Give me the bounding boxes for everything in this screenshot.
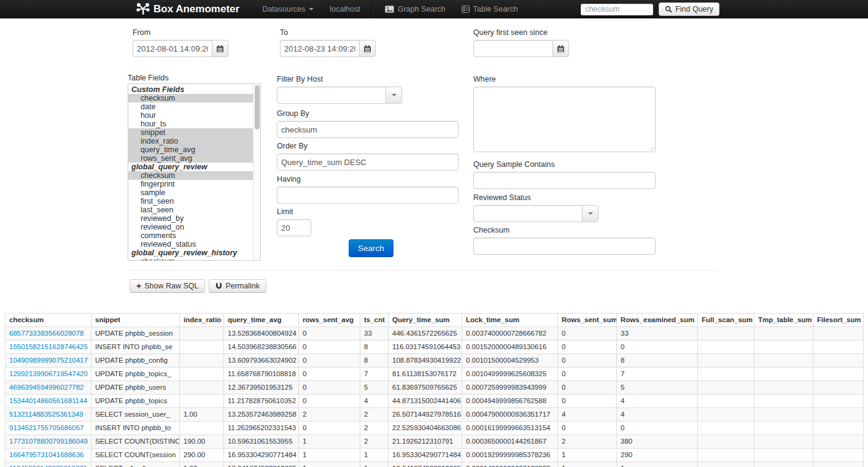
first-seen-input[interactable] bbox=[473, 40, 553, 57]
query-sample-input[interactable] bbox=[473, 172, 656, 189]
checksum-link[interactable]: 5132114883525361349 bbox=[9, 411, 83, 418]
to-calendar-button[interactable] bbox=[359, 40, 376, 57]
cell-ts_cnt: 2 bbox=[360, 435, 389, 449]
field-option[interactable]: checksum bbox=[128, 171, 253, 180]
nav-table-search[interactable]: Table Search bbox=[454, 0, 526, 18]
cell-ts_cnt: 7 bbox=[360, 368, 389, 381]
having-input[interactable] bbox=[277, 187, 459, 204]
to-input[interactable] bbox=[280, 40, 360, 57]
checksum-link[interactable]: 10490989999075210417 bbox=[9, 357, 88, 364]
list-scrollbar[interactable] bbox=[253, 84, 260, 260]
cell-index_ratio bbox=[180, 368, 224, 381]
form-divider bbox=[128, 270, 718, 271]
cell-ts_cnt: 1 bbox=[360, 462, 389, 467]
checksum-link[interactable]: 9134521755705686057 bbox=[9, 424, 84, 431]
checksum-link[interactable]: 4696394594996027782 bbox=[9, 384, 84, 391]
cell-full_scan_sum bbox=[698, 395, 754, 408]
field-option[interactable]: query_time_avg bbox=[128, 145, 253, 154]
order-by-input[interactable] bbox=[277, 153, 459, 171]
field-option[interactable]: reviewed_by bbox=[128, 214, 253, 223]
brand-link[interactable]: Box Anemometer bbox=[136, 2, 239, 16]
cell-snippet: SELECT COUNT(session bbox=[91, 449, 180, 462]
navbar-search-area: Find Query bbox=[580, 2, 719, 16]
checksum-link[interactable]: 17731078800799186049 bbox=[9, 438, 88, 445]
cell-rows_sent_avg: 1 bbox=[299, 435, 360, 449]
calendar-icon bbox=[363, 45, 371, 53]
cell-ts_cnt: 4 bbox=[360, 395, 389, 408]
cell-full_scan_sum bbox=[698, 462, 754, 467]
checksum-link[interactable]: 15344014860561681144 bbox=[9, 397, 87, 404]
checksum-link[interactable]: 15501582151628746425 bbox=[9, 343, 88, 350]
cell-tmp_table_sum bbox=[754, 368, 813, 381]
where-textarea[interactable] bbox=[473, 87, 656, 152]
nav-datasources[interactable]: Datasources bbox=[254, 0, 322, 18]
nav-current-datasource[interactable]: localhost bbox=[322, 0, 368, 18]
field-option[interactable]: hour bbox=[128, 111, 253, 120]
caret-down-icon bbox=[309, 8, 314, 10]
cell-filesort_sum bbox=[813, 327, 864, 341]
table-fields-list[interactable]: Custom Fieldschecksumdatehourhour_tssnip… bbox=[128, 83, 261, 261]
results-table: checksumsnippetindex_ratioquery_time_avg… bbox=[5, 313, 864, 467]
field-option[interactable]: hour_ts bbox=[128, 120, 253, 128]
field-option[interactable]: rows_sent_avg bbox=[128, 154, 253, 163]
field-option[interactable]: sample bbox=[128, 188, 253, 197]
reviewed-status-dropdown-button[interactable] bbox=[582, 205, 599, 222]
cell-query_time_sum: 13.641374588012695 bbox=[389, 462, 462, 467]
cell-lock_time_sum: 0.00016199999663513154 bbox=[462, 422, 558, 435]
cell-tmp_table_sum bbox=[754, 462, 813, 467]
field-option[interactable]: comments bbox=[128, 231, 253, 240]
checksum-link[interactable]: 11045896142385319771 bbox=[9, 465, 87, 467]
group-by-input[interactable] bbox=[277, 121, 459, 138]
field-option[interactable]: reviewed_on bbox=[128, 223, 253, 231]
cell-query_time_avg: 13.253572463989258 bbox=[224, 408, 299, 422]
cell-lock_time_sum: 0.00014099999680183828 bbox=[462, 462, 558, 467]
cell-rows_examined_sum: 8 bbox=[617, 354, 698, 368]
checksum-link[interactable]: 12992139906719547420 bbox=[9, 370, 88, 377]
field-option[interactable]: reviewed_status bbox=[128, 240, 253, 249]
cell-index_ratio bbox=[180, 395, 224, 408]
field-option[interactable]: index_ratio bbox=[128, 137, 253, 145]
cell-query_time_sum: 26.507144927978516 bbox=[389, 408, 462, 422]
field-option[interactable]: checksum bbox=[128, 257, 253, 261]
having-label: Having bbox=[277, 175, 459, 184]
nav-graph-search[interactable]: Graph Search bbox=[377, 0, 454, 18]
field-group-label: global_query_review_history bbox=[128, 249, 253, 257]
cell-query_time_avg: 11.658768790108818 bbox=[224, 368, 299, 381]
cell-tmp_table_sum bbox=[754, 408, 813, 422]
cell-snippet: UPDATE phpbb_topics_ bbox=[91, 368, 180, 381]
limit-label: Limit bbox=[277, 207, 311, 217]
cell-lock_time_sum: 0.0015200000489130616 bbox=[462, 341, 558, 354]
find-query-button[interactable]: Find Query bbox=[659, 2, 719, 16]
actions-row: + Show Raw SQL Permalink bbox=[130, 279, 266, 293]
cell-query_time_avg: 11.262965202331543 bbox=[224, 422, 299, 435]
cell-lock_time_sum: 0.00101500004529953 bbox=[462, 354, 558, 368]
filter-by-host-input[interactable] bbox=[277, 87, 386, 104]
filter-by-host-dropdown-button[interactable] bbox=[386, 87, 402, 104]
field-option[interactable]: checksum bbox=[128, 94, 253, 102]
table-row: 6857733383566028078UPDATE phpbb_session1… bbox=[6, 327, 864, 341]
cell-filesort_sum bbox=[813, 462, 864, 467]
permalink-button[interactable]: Permalink bbox=[209, 279, 266, 293]
find-query-input[interactable] bbox=[580, 3, 654, 16]
checksum-link[interactable]: 1664795731041688636 bbox=[9, 451, 84, 458]
field-option[interactable]: first_seen bbox=[128, 197, 253, 206]
col-header-rows_sent_sum: Rows_sent_sum bbox=[558, 314, 617, 327]
from-input[interactable] bbox=[133, 40, 212, 57]
scrollbar-thumb[interactable] bbox=[255, 85, 260, 129]
cell-rows_sent_sum: 0 bbox=[558, 422, 617, 435]
from-calendar-button[interactable] bbox=[212, 40, 228, 57]
first-seen-calendar-button[interactable] bbox=[552, 40, 569, 57]
cell-rows_sent_avg: 1 bbox=[299, 462, 360, 467]
search-button[interactable]: Search bbox=[349, 239, 393, 257]
field-option[interactable]: date bbox=[128, 102, 253, 111]
checksum-input[interactable] bbox=[473, 237, 656, 255]
resize-grip-icon[interactable] bbox=[648, 144, 654, 150]
field-option[interactable]: last_seen bbox=[128, 206, 253, 214]
show-raw-sql-button[interactable]: + Show Raw SQL bbox=[130, 279, 205, 293]
field-option[interactable]: fingerprint bbox=[128, 180, 253, 188]
field-option[interactable]: snippet bbox=[128, 128, 253, 137]
limit-input[interactable] bbox=[277, 219, 311, 236]
reviewed-status-input[interactable] bbox=[473, 205, 583, 222]
col-header-index_ratio: index_ratio bbox=[180, 314, 224, 327]
checksum-link[interactable]: 6857733383566028078 bbox=[9, 330, 84, 337]
